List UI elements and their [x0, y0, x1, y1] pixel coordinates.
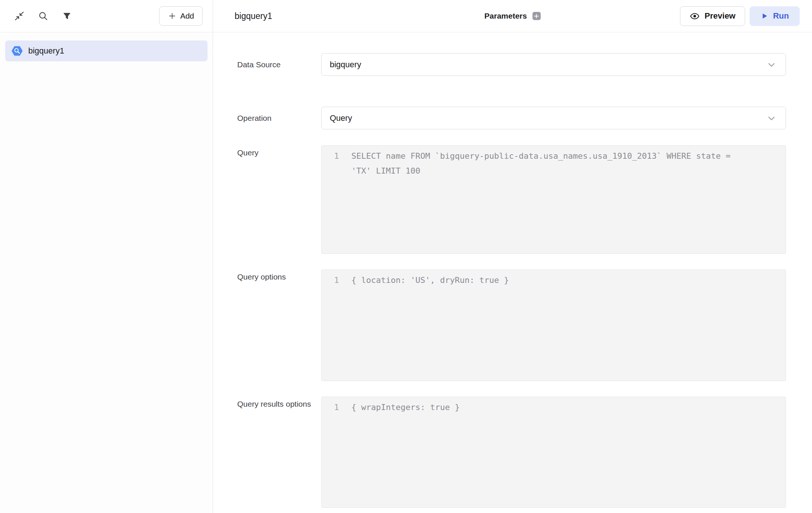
line-number: 1 — [322, 273, 351, 288]
operation-label: Operation — [237, 111, 312, 126]
data-source-row: Data Source bigquery — [237, 53, 786, 76]
header-actions: Preview Run — [680, 6, 800, 26]
query-sidebar: Add bigquery1 — [0, 0, 213, 513]
search-button[interactable] — [36, 9, 50, 23]
query-label: Query — [237, 145, 312, 160]
preview-button-label: Preview — [705, 11, 735, 21]
plus-icon — [168, 12, 177, 20]
parameters-label: Parameters — [484, 12, 527, 20]
run-button[interactable]: Run — [750, 6, 800, 26]
eye-icon — [690, 11, 700, 21]
query-results-options-editor[interactable]: 1 { wrapIntegers: true } — [321, 397, 786, 508]
collapse-panel-button[interactable] — [13, 9, 26, 23]
query-options-placeholder: { location: 'US', dryRun: true } — [351, 273, 516, 288]
chevron-down-icon — [766, 113, 777, 123]
query-code-editor[interactable]: 1 SELECT name FROM `bigquery-public-data… — [321, 145, 786, 254]
add-parameter-button[interactable] — [532, 12, 541, 20]
line-number: 1 — [322, 400, 351, 415]
filter-button[interactable] — [60, 9, 74, 23]
query-header: bigquery1 Parameters Preview — [213, 0, 812, 32]
query-list-item-bigquery1[interactable]: bigquery1 — [5, 41, 207, 61]
add-button-label: Add — [180, 12, 194, 20]
query-form: Data Source bigquery Operation Query — [213, 32, 812, 513]
add-query-button[interactable]: Add — [159, 6, 203, 26]
data-source-select[interactable]: bigquery — [321, 53, 786, 76]
query-editor-app: Add bigquery1 bigquery1 Parameters — [0, 0, 812, 513]
page-title: bigquery1 — [235, 11, 272, 21]
query-item-label: bigquery1 — [28, 46, 64, 56]
filter-icon — [62, 11, 72, 21]
preview-button[interactable]: Preview — [680, 6, 745, 26]
run-button-label: Run — [773, 11, 789, 21]
query-options-editor[interactable]: 1 { location: 'US', dryRun: true } — [321, 270, 786, 381]
bigquery-icon — [12, 45, 23, 57]
query-main-panel: bigquery1 Parameters Preview — [213, 0, 812, 513]
operation-row: Operation Query — [237, 107, 786, 129]
query-results-options-placeholder: { wrapIntegers: true } — [351, 400, 467, 415]
query-options-row: Query options 1 { location: 'US', dryRun… — [237, 270, 786, 381]
query-results-options-row: Query results options 1 { wrapIntegers: … — [237, 397, 786, 508]
query-row: Query 1 SELECT name FROM `bigquery-publi… — [237, 145, 786, 254]
operation-select[interactable]: Query — [321, 107, 786, 129]
query-results-options-label: Query results options — [237, 397, 312, 412]
query-options-label: Query options — [237, 270, 312, 284]
line-number: 1 — [322, 149, 351, 164]
sidebar-toolbar: Add — [0, 0, 213, 32]
data-source-label: Data Source — [237, 57, 312, 72]
play-icon — [760, 12, 768, 20]
chevron-down-icon — [766, 59, 777, 70]
collapse-icon — [14, 11, 25, 21]
operation-value: Query — [330, 113, 352, 123]
query-placeholder: SELECT name FROM `bigquery-public-data.u… — [351, 149, 742, 178]
parameters-group: Parameters — [484, 12, 541, 20]
search-icon — [38, 11, 48, 21]
query-list: bigquery1 — [0, 32, 213, 70]
plus-icon — [534, 14, 539, 19]
data-source-value: bigquery — [330, 60, 361, 70]
